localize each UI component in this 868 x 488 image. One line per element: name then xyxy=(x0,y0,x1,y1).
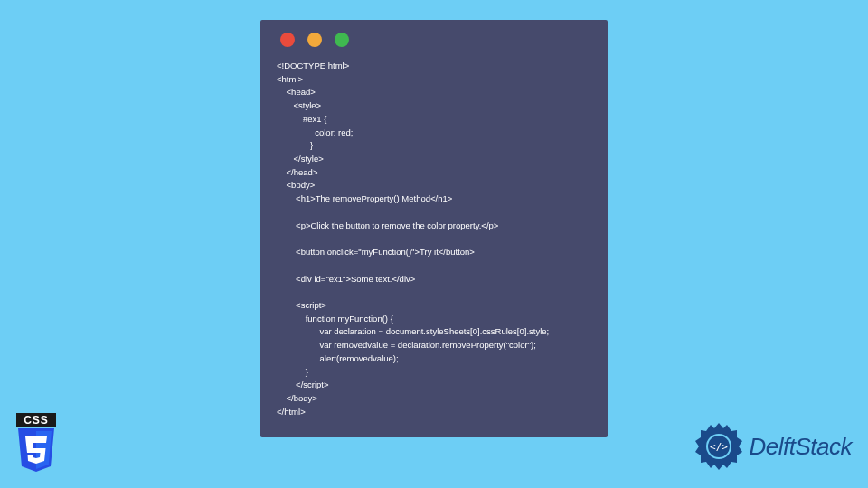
delftstack-logo-icon: </> xyxy=(693,421,744,472)
maximize-icon xyxy=(335,33,349,47)
traffic-lights xyxy=(280,33,591,47)
minimize-icon xyxy=(307,33,322,47)
css3-badge: CSS xyxy=(16,413,56,472)
code-window: <!DOCTYPE html> <html> <head> <style> #e… xyxy=(260,20,608,437)
code-content: <!DOCTYPE html> <html> <head> <style> #e… xyxy=(277,60,591,418)
css-shield-icon xyxy=(16,428,56,472)
delftstack-brand-text: DelftStack xyxy=(750,433,853,461)
css-badge-label: CSS xyxy=(16,413,56,427)
close-icon xyxy=(280,33,295,47)
delftstack-brand: </> DelftStack xyxy=(693,421,853,472)
svg-text:</>: </> xyxy=(710,441,728,453)
